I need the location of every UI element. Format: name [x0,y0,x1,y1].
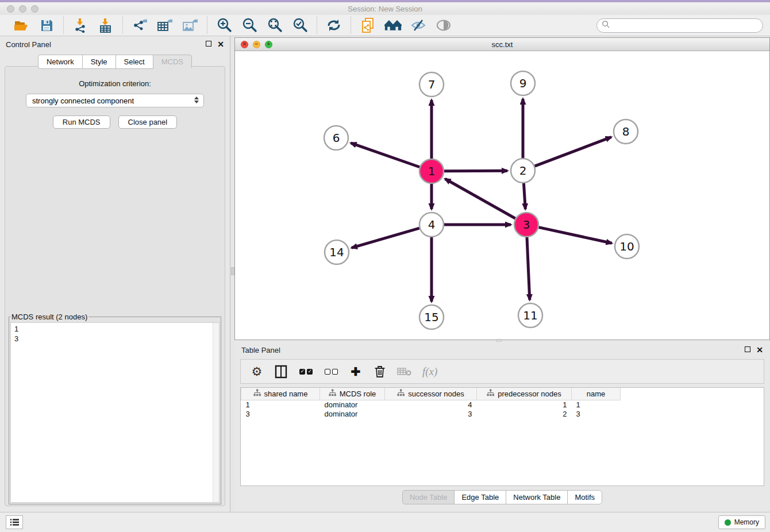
table-cell[interactable]: 3 [385,409,477,418]
column-header-successor-nodes[interactable]: successor nodes [385,388,477,400]
graph-node-9[interactable]: 9 [511,71,535,95]
tab-network[interactable]: Network [38,55,82,69]
open-session-icon[interactable] [13,17,30,34]
delete-table-icon [397,364,412,379]
hierarchy-icon [397,389,405,398]
zoom-fit-icon[interactable] [266,17,283,34]
graph-node-14[interactable]: 14 [325,240,349,264]
graph-edge-3-1[interactable] [445,179,515,218]
graph-node-8[interactable]: 8 [614,119,638,144]
run-mcds-button[interactable]: Run MCDS [53,115,110,129]
delete-row-icon[interactable] [373,364,387,379]
tab-motifs[interactable]: Motifs [567,490,602,504]
svg-text:4: 4 [428,218,436,232]
network-titlebar[interactable]: × − + scc.txt [235,38,769,51]
refresh-layout-icon[interactable] [325,17,342,34]
import-table-icon[interactable] [97,17,114,34]
hierarchy-icon [487,389,494,398]
graph-node-2[interactable]: 2 [511,159,535,183]
save-session-icon[interactable] [38,17,55,34]
zoom-out-icon[interactable] [241,17,258,34]
settings-gear-icon[interactable]: ⚙ [250,364,264,379]
columns-icon[interactable] [274,364,288,379]
network-view-window: × − + scc.txt 7968124314101511 [234,37,770,340]
zoom-in-icon[interactable] [215,17,233,34]
graph-node-6[interactable]: 6 [324,126,348,150]
hide-eye-icon[interactable] [410,17,427,34]
zoom-selected-icon[interactable] [291,17,309,34]
svg-text:3: 3 [523,218,530,232]
houses-icon[interactable] [384,17,402,34]
table-cell[interactable]: 1 [477,400,572,409]
table-cell[interactable]: 1 [241,400,320,409]
network-graph[interactable]: 7968124314101511 [235,51,769,340]
clone-network-icon[interactable] [359,17,376,34]
table-close-panel-icon[interactable]: ✕ [756,346,763,354]
criterion-select[interactable]: strongly connected component [26,94,204,107]
tab-edge-table[interactable]: Edge Table [454,490,506,504]
table-cell[interactable]: 1 [572,400,621,409]
show-eye-icon[interactable] [435,17,452,34]
table-cell[interactable]: 2 [477,409,572,418]
graph-edge-2-8[interactable] [535,137,611,167]
close-panel-icon[interactable]: ✕ [217,40,224,48]
export-table-icon[interactable] [156,17,174,34]
result-scrollbar[interactable] [213,323,219,502]
search-input[interactable] [610,20,763,32]
application-window: Session: New Session Control Panel ✕ Net… [0,0,770,532]
close-panel-button[interactable]: Close panel [118,115,178,129]
graph-edge-3-11[interactable] [527,237,530,300]
task-history-button[interactable] [6,515,23,529]
export-image-icon[interactable] [182,17,199,34]
tab-node-table[interactable]: Node Table [402,490,455,504]
graph-node-10[interactable]: 10 [615,234,639,259]
graph-edge-1-6[interactable] [351,143,419,167]
svg-text:11: 11 [523,309,537,322]
mcds-result-text[interactable]: 1 3 [10,322,220,503]
table-cell[interactable]: 3 [241,409,320,418]
table-cell[interactable]: 4 [385,400,477,409]
table-float-panel-icon[interactable] [745,346,750,353]
deselect-all-icon[interactable] [324,364,338,379]
panel-splitter[interactable] [230,36,234,512]
control-panel-tabs: NetworkStyleSelectMCDS [0,55,230,69]
column-header-MCDS-role[interactable]: MCDS role [320,388,385,400]
tab-select[interactable]: Select [116,55,153,69]
tab-style[interactable]: Style [82,55,116,69]
network-canvas[interactable]: 7968124314101511 [235,51,769,340]
graph-edge-2-3[interactable] [523,183,525,209]
table-tabs: Node TableEdge TableNetwork TableMotifs [234,490,770,504]
tab-network-table[interactable]: Network Table [506,490,567,504]
graph-edge-4-14[interactable] [352,228,419,248]
import-network-icon[interactable] [72,17,89,34]
graph-node-4[interactable]: 4 [419,213,444,237]
graph-node-11[interactable]: 11 [518,303,542,327]
list-icon [10,518,20,526]
search-box[interactable] [596,18,763,33]
table-row[interactable]: 1dominator411 [241,400,621,409]
memory-button[interactable]: Memory [718,515,765,529]
network-title: scc.txt [235,40,769,49]
graph-node-7[interactable]: 7 [419,72,444,97]
graph-edge-1-2[interactable] [444,171,507,171]
column-header-predecessor-nodes[interactable]: predecessor nodes [477,388,572,400]
main-titlebar[interactable]: Session: New Session [0,2,770,15]
tab-mcds[interactable]: MCDS [153,55,192,69]
graph-edge-3-10[interactable] [538,228,611,244]
table-cell[interactable]: dominator [320,400,385,409]
table-cell[interactable]: dominator [320,409,385,418]
table-cell[interactable]: 3 [572,409,621,418]
column-header-name[interactable]: name [572,388,621,400]
float-panel-icon[interactable] [206,41,211,48]
control-panel-title: Control Panel [6,40,200,49]
select-all-icon[interactable] [298,364,313,379]
optimization-criterion-label: Optimization criterion: [5,79,225,88]
export-network-icon[interactable] [131,17,148,34]
column-header-shared-name[interactable]: shared name [241,388,320,400]
add-row-icon[interactable]: ✚ [349,364,363,379]
graph-node-3[interactable]: 3 [514,213,538,237]
table-row[interactable]: 3dominator323 [241,409,621,418]
graph-node-15[interactable]: 15 [419,305,444,329]
graph-node-1[interactable]: 1 [419,159,444,183]
memory-status-icon [725,519,731,526]
